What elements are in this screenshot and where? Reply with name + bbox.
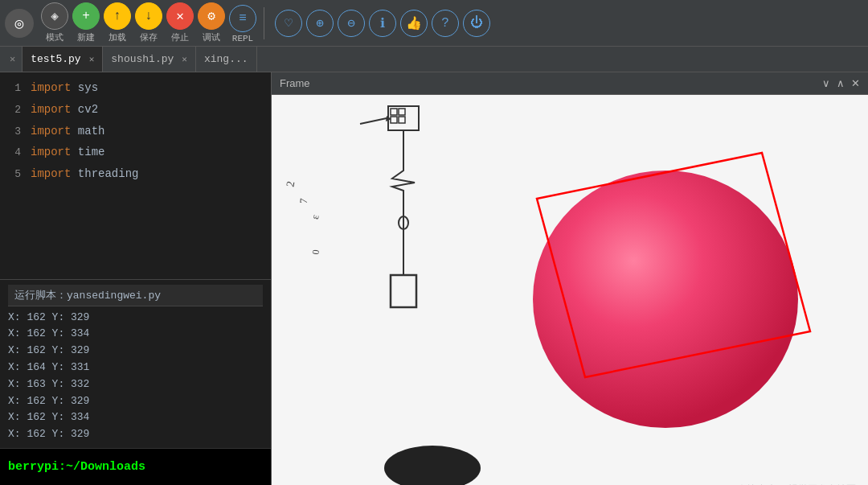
heartbeat-icon: ♡ bbox=[275, 10, 302, 37]
stop-icon: ✕ bbox=[166, 2, 194, 30]
code-line-1: 1 import sys bbox=[0, 77, 271, 99]
debug-button[interactable]: ⚙ 调试 bbox=[197, 2, 226, 43]
like-button[interactable]: 👍 bbox=[399, 10, 428, 37]
line-num-4: 4 bbox=[6, 145, 21, 162]
frame-controls: ∨ ∧ ✕ bbox=[822, 77, 860, 89]
tab-test5-label: test5.py bbox=[31, 53, 80, 65]
mode-icon: ◈ bbox=[41, 2, 68, 30]
toolbar-right-group: ♡ ⊕ ⊖ ℹ 👍 ? ⏻ bbox=[274, 10, 491, 37]
mode-button[interactable]: ◈ 模式 bbox=[40, 2, 69, 43]
frame-title: Frame bbox=[280, 77, 310, 89]
console-area: 运行脚本：yansedingwei.py X: 162 Y: 329 X: 16… bbox=[0, 279, 271, 448]
repl-icon: ≡ bbox=[229, 5, 256, 32]
keyword-4: import bbox=[31, 143, 71, 161]
module-5: threading bbox=[78, 165, 139, 183]
debug-icon: ⚙ bbox=[198, 2, 225, 30]
new-icon: + bbox=[72, 2, 100, 30]
repl-label: REPL bbox=[232, 34, 253, 43]
load-icon: ↑ bbox=[104, 2, 131, 30]
code-editor[interactable]: 1 import sys 2 import cv2 3 import math … bbox=[0, 72, 271, 279]
console-line-3: X: 162 Y: 329 bbox=[8, 343, 263, 360]
tab-xing-label: xing... bbox=[204, 53, 248, 65]
new-label: 新建 bbox=[77, 31, 95, 43]
repl-button[interactable]: ≡ REPL bbox=[228, 5, 257, 43]
info-icon: ℹ bbox=[369, 10, 396, 37]
console-line-6: X: 162 Y: 329 bbox=[8, 393, 263, 410]
info-button[interactable]: ℹ bbox=[368, 10, 397, 37]
code-line-5: 5 import threading bbox=[0, 163, 271, 185]
module-1: sys bbox=[78, 79, 98, 97]
console-line-4: X: 164 Y: 331 bbox=[8, 360, 263, 376]
line-num-2: 2 bbox=[6, 102, 21, 119]
keyword-1: import bbox=[31, 79, 71, 97]
right-panel: Frame ∨ ∧ ✕ bbox=[272, 72, 868, 485]
console-output: X: 162 Y: 329 X: 162 Y: 334 X: 162 Y: 32… bbox=[8, 310, 263, 443]
load-label: 加载 bbox=[108, 31, 126, 43]
tab-xing[interactable]: xing... bbox=[196, 47, 257, 72]
zoom-in-button[interactable]: ⊕ bbox=[305, 10, 334, 37]
toolbar-left-group: ◈ 模式 + 新建 ↑ 加载 ↓ 保存 ✕ 停止 ⚙ 调试 ≡ REPL bbox=[40, 2, 257, 43]
stop-button[interactable]: ✕ 停止 bbox=[166, 2, 194, 43]
tab-shoushi-close[interactable]: ✕ bbox=[182, 54, 187, 64]
load-button[interactable]: ↑ 加载 bbox=[103, 2, 132, 43]
running-script-bar: 运行脚本：yansedingwei.py bbox=[8, 285, 263, 306]
keyword-3: import bbox=[31, 122, 71, 140]
left-panel: 1 import sys 2 import cv2 3 import math … bbox=[0, 72, 272, 485]
console-line-8: X: 162 Y: 329 bbox=[8, 426, 263, 443]
main-area: 1 import sys 2 import cv2 3 import math … bbox=[0, 72, 868, 485]
zoom-out-icon: ⊖ bbox=[338, 10, 365, 37]
svg-point-15 bbox=[533, 171, 798, 428]
frame-titlebar: Frame ∨ ∧ ✕ bbox=[272, 72, 868, 95]
line-num-3: 3 bbox=[6, 124, 21, 141]
svg-text:0: 0 bbox=[310, 249, 321, 255]
camera-view: 2 7 ε 0 bbox=[272, 95, 868, 485]
debug-label: 调试 bbox=[203, 31, 220, 43]
toolbar-separator bbox=[264, 7, 264, 39]
save-button[interactable]: ↓ 保存 bbox=[134, 2, 163, 43]
console-line-1: X: 162 Y: 329 bbox=[8, 310, 263, 327]
help-icon: ? bbox=[432, 10, 459, 37]
stop-label: 停止 bbox=[171, 31, 189, 43]
line-num-5: 5 bbox=[6, 166, 21, 183]
terminal-bar: berrypi:~/Downloads bbox=[0, 448, 271, 485]
app-logo[interactable]: ◎ bbox=[5, 9, 34, 38]
frame-dropdown-button[interactable]: ∨ bbox=[822, 77, 830, 89]
tab-close-icon-left[interactable]: ✕ bbox=[3, 47, 23, 72]
keyword-5: import bbox=[31, 165, 71, 183]
toolbar: ◎ ◈ 模式 + 新建 ↑ 加载 ↓ 保存 ✕ 停止 ⚙ 调试 ≡ REPL bbox=[0, 0, 868, 47]
zoom-out-button[interactable]: ⊖ bbox=[337, 10, 366, 37]
power-button[interactable]: ⏻ bbox=[462, 10, 491, 37]
frame-expand-button[interactable]: ∧ bbox=[837, 77, 845, 89]
help-button[interactable]: ? bbox=[431, 10, 460, 37]
power-icon: ⏻ bbox=[463, 10, 490, 37]
mode-label: 模式 bbox=[46, 31, 63, 43]
console-line-7: X: 162 Y: 334 bbox=[8, 409, 263, 426]
line-num-1: 1 bbox=[6, 80, 21, 97]
tab-shoushi-label: shoushi.py bbox=[111, 53, 174, 65]
code-line-2: 2 import cv2 bbox=[0, 99, 271, 121]
module-3: math bbox=[78, 122, 105, 140]
heartbeat-button[interactable]: ♡ bbox=[274, 10, 303, 37]
tab-shoushi[interactable]: shoushi.py ✕ bbox=[103, 47, 196, 72]
new-button[interactable]: + 新建 bbox=[72, 2, 100, 43]
frame-close-button[interactable]: ✕ bbox=[851, 77, 860, 89]
camera-scene: 2 7 ε 0 bbox=[272, 95, 868, 485]
console-line-5: X: 163 Y: 332 bbox=[8, 376, 263, 393]
module-2: cv2 bbox=[78, 101, 98, 118]
keyword-2: import bbox=[31, 101, 71, 118]
save-label: 保存 bbox=[140, 31, 158, 43]
code-line-4: 4 import time bbox=[0, 142, 271, 163]
code-line-3: 3 import math bbox=[0, 121, 271, 142]
module-4: time bbox=[78, 143, 105, 161]
running-script-text: 运行脚本：yansedingwei.py bbox=[14, 290, 161, 302]
tab-test5[interactable]: test5.py ✕ bbox=[23, 47, 103, 72]
save-icon: ↓ bbox=[135, 2, 162, 30]
console-line-2: X: 162 Y: 334 bbox=[8, 326, 263, 343]
terminal-text: berrypi:~/Downloads bbox=[8, 460, 145, 474]
like-icon: 👍 bbox=[400, 10, 428, 37]
tab-test5-close[interactable]: ✕ bbox=[89, 54, 95, 64]
zoom-in-icon: ⊕ bbox=[306, 10, 334, 37]
tabs-row: ✕ test5.py ✕ shoushi.py ✕ xing... bbox=[0, 47, 868, 72]
